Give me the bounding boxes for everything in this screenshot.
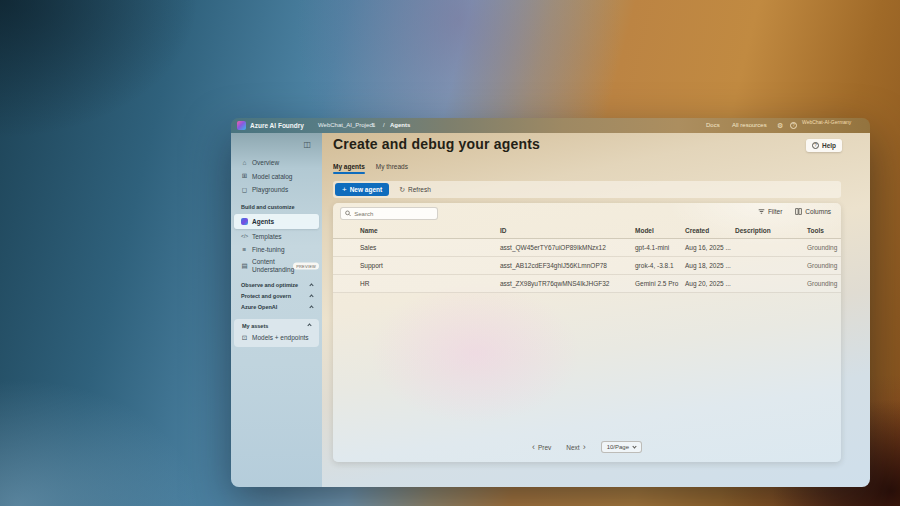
search-box[interactable]	[340, 207, 438, 220]
cell-id: asst_QW45erTY67uiOP89IkMNzx12	[500, 244, 635, 251]
column-header-id[interactable]: ID	[500, 227, 635, 234]
section-label: Build and customize	[241, 204, 294, 210]
table-row-hr[interactable]: HR asst_ZX98yuTR76qwMNS4IkJHGF32 Gemini …	[333, 275, 841, 293]
cell-created: Aug 18, 2025 ...	[685, 262, 735, 269]
help-button[interactable]: ? Help	[806, 139, 842, 152]
table-row-sales[interactable]: Sales asst_QW45erTY67uiOP89IkMNzx12 gpt-…	[333, 239, 841, 257]
prev-label: Prev	[538, 444, 551, 451]
chevron-up-icon	[309, 305, 313, 309]
main-content: Create and debug your agents ? Help My a…	[322, 133, 870, 487]
pagination: ‹ Prev Next › 10/Page	[333, 441, 841, 453]
sidebar-item-label: Agents	[252, 218, 274, 225]
cell-id: asst_AB12cdEF34ghIJ56KLmnOP78	[500, 262, 635, 269]
help-button-label: Help	[822, 142, 836, 149]
breadcrumb-page-agents: Agents	[390, 118, 410, 133]
refresh-icon: ↻	[399, 186, 405, 194]
new-agent-button[interactable]: + New agent	[335, 183, 389, 196]
fine-tuning-icon: ≡	[241, 246, 248, 253]
search-input[interactable]	[354, 211, 433, 217]
section-observe-and-optimize[interactable]: Observe and optimize	[231, 280, 322, 291]
tab-my-threads[interactable]: My threads	[376, 163, 408, 174]
column-header-description[interactable]: Description	[735, 227, 807, 234]
new-agent-label: New agent	[350, 186, 383, 193]
section-build-and-customize: Build and customize	[231, 202, 322, 213]
search-icon	[345, 210, 351, 217]
cell-name: Sales	[360, 244, 500, 251]
columns-label: Columns	[805, 208, 831, 215]
filter-button[interactable]: Filter	[758, 208, 782, 215]
column-header-name[interactable]: Name	[360, 227, 500, 234]
cell-name: HR	[360, 280, 500, 287]
app-name: Azure AI Foundry	[250, 118, 304, 133]
table-header-row: Name ID Model Created Description Tools	[333, 223, 841, 239]
preview-badge: PREVIEW	[293, 263, 319, 270]
model-catalog-icon: ⊞	[241, 172, 248, 180]
sidebar-item-models-endpoints[interactable]: ⊡ Models + endpoints	[234, 334, 319, 342]
project-switcher-icon[interactable]: ⇅	[371, 118, 376, 133]
sidebar-item-content-understanding[interactable]: ▤ Content Understanding PREVIEW	[231, 257, 322, 276]
next-label: Next	[566, 444, 579, 451]
account-label[interactable]: WebChat-AI-Germany	[802, 119, 851, 125]
sidebar-item-overview[interactable]: ⌂ Overview	[231, 156, 322, 170]
filter-icon	[758, 208, 765, 215]
tab-my-agents[interactable]: My agents	[333, 163, 365, 174]
cell-id: asst_ZX98yuTR76qwMNS4IkJHGF32	[500, 280, 635, 287]
cell-name: Support	[360, 262, 500, 269]
cell-created: Aug 20, 2025 ...	[685, 280, 735, 287]
plus-icon: +	[342, 186, 347, 194]
templates-code-icon: </>	[241, 233, 248, 239]
table-body: Sales asst_QW45erTY67uiOP89IkMNzx12 gpt-…	[333, 239, 841, 293]
app-header: Azure AI Foundry WebChat_AI_Project ⇅ / …	[231, 118, 870, 133]
cell-created: Aug 16, 2025 ...	[685, 244, 735, 251]
sidebar-item-label: Model catalog	[252, 173, 292, 180]
refresh-button[interactable]: ↻ Refresh	[399, 186, 431, 194]
column-header-created[interactable]: Created	[685, 227, 735, 234]
table-actions: Filter Columns	[758, 208, 831, 215]
agents-toolbar: + New agent ↻ Refresh	[333, 181, 841, 198]
chevron-left-icon: ‹	[532, 443, 535, 452]
section-protect-and-govern[interactable]: Protect and govern	[231, 291, 322, 302]
my-assets-header[interactable]: My assets	[234, 323, 319, 329]
all-resources-link[interactable]: All resources	[732, 118, 767, 133]
chevron-up-icon	[309, 294, 313, 298]
sidebar-item-templates[interactable]: </> Templates	[231, 230, 322, 244]
chevron-right-icon: ›	[583, 443, 586, 452]
cell-tools: Grounding	[807, 280, 841, 287]
my-assets-card: My assets ⊡ Models + endpoints	[234, 319, 319, 347]
help-circle-icon[interactable]: ?	[790, 122, 797, 129]
sidebar-item-label: Playgrounds	[252, 186, 288, 193]
sidebar-item-fine-tuning[interactable]: ≡ Fine-tuning	[231, 243, 322, 257]
sidebar-item-playgrounds[interactable]: ◻ Playgrounds	[231, 183, 322, 197]
desktop-background: Azure AI Foundry WebChat_AI_Project ⇅ / …	[0, 0, 900, 506]
cell-model: gpt-4.1-mini	[635, 244, 685, 251]
sidebar-nav: ⌂ Overview ⊞ Model catalog ◻ Playgrounds…	[231, 156, 322, 347]
filter-label: Filter	[768, 208, 782, 215]
azure-ai-foundry-window: Azure AI Foundry WebChat_AI_Project ⇅ / …	[231, 118, 870, 487]
section-label: Azure OpenAI	[241, 304, 277, 310]
docs-link[interactable]: Docs	[706, 118, 720, 133]
section-azure-openai[interactable]: Azure OpenAI	[231, 302, 322, 313]
sidebar-item-label: Templates	[252, 233, 282, 240]
next-page-button[interactable]: Next ›	[566, 443, 585, 452]
settings-gear-icon[interactable]: ⚙	[777, 118, 783, 133]
prev-page-button[interactable]: ‹ Prev	[532, 443, 551, 452]
table-row-support[interactable]: Support asst_AB12cdEF34ghIJ56KLmnOP78 gr…	[333, 257, 841, 275]
column-header-model[interactable]: Model	[635, 227, 685, 234]
cell-tools: Grounding	[807, 244, 841, 251]
sidebar-item-label: Models + endpoints	[252, 334, 309, 341]
chevron-up-icon	[309, 283, 313, 287]
collapse-sidebar-icon[interactable]: ◫	[303, 141, 311, 149]
sidebar-item-label: Fine-tuning	[252, 246, 285, 253]
sidebar-item-agents-active[interactable]: Agents	[234, 214, 319, 229]
question-icon: ?	[812, 142, 819, 149]
content-understanding-icon: ▤	[241, 262, 248, 270]
agents-icon	[241, 218, 248, 225]
page-size-select[interactable]: 10/Page	[601, 441, 642, 453]
columns-button[interactable]: Columns	[795, 208, 831, 215]
tab-bar: My agents My threads	[333, 163, 408, 174]
sidebar-item-model-catalog[interactable]: ⊞ Model catalog	[231, 170, 322, 184]
section-label: Observe and optimize	[241, 282, 298, 288]
cell-model: grok-4, -3.8.1	[635, 262, 685, 269]
breadcrumb-project[interactable]: WebChat_AI_Project	[318, 118, 374, 133]
column-header-tools[interactable]: Tools	[807, 227, 841, 234]
